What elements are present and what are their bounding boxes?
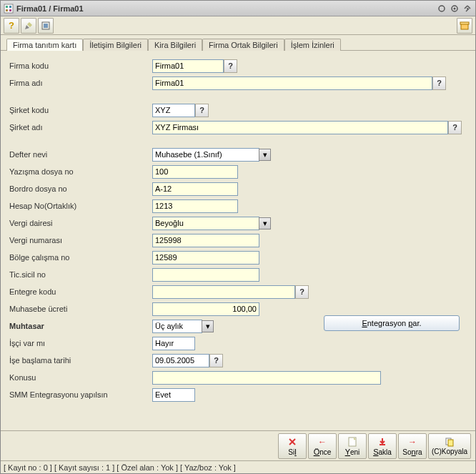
- entegrasyon-button[interactable]: Entegrasyon par.: [324, 315, 460, 331]
- svg-rect-1: [6, 6, 8, 8]
- label-muhtasar: Muhtasar: [9, 322, 152, 330]
- input-hesap-no[interactable]: 1213: [152, 199, 238, 213]
- copy-icon: [445, 436, 455, 448]
- label-bolge: Bölge çalışma no: [9, 253, 152, 262]
- label-sirket-adi: Şirket adı: [9, 123, 152, 132]
- new-icon: [348, 436, 357, 448]
- view-toolbar-button[interactable]: [38, 18, 54, 34]
- input-ise-baslama[interactable]: 09.05.2005: [152, 354, 209, 367]
- window-controls: [437, 4, 472, 14]
- input-sirket-adi[interactable]: XYZ Firması: [152, 121, 448, 134]
- help-entegre[interactable]: ?: [295, 285, 309, 299]
- label-muhasebe-ucret: Muhasebe ücreti: [9, 305, 152, 313]
- chevron-down-icon: ▾: [259, 217, 271, 229]
- svg-rect-3: [6, 9, 8, 11]
- chevron-down-icon: ▾: [259, 149, 271, 161]
- tab-kira[interactable]: Kira Bilgileri: [148, 39, 202, 51]
- chevron-down-icon: ▾: [202, 320, 214, 332]
- input-yazisma[interactable]: 100: [152, 165, 238, 179]
- input-konusu[interactable]: [152, 371, 381, 385]
- input-bordro[interactable]: A-12: [152, 182, 238, 196]
- label-isci: İşçi var mı: [9, 339, 152, 347]
- label-defter-nevi: Defter nevi: [9, 150, 152, 159]
- svg-rect-0: [4, 4, 13, 13]
- label-entegre: Entegre kodu: [9, 287, 152, 296]
- svg-point-5: [439, 6, 445, 11]
- input-entegre[interactable]: [152, 285, 295, 299]
- tab-firma-tanitim[interactable]: Firma tanıtım kartı: [6, 39, 83, 51]
- input-muhasebe-ucret[interactable]: 100,00: [152, 302, 259, 316]
- input-bolge[interactable]: 12589: [152, 251, 259, 265]
- label-bordro: Bordro dosya no: [9, 184, 152, 193]
- form-panel: Firma kodu Firma01 ? Firma adı Firma01 ?…: [1, 51, 475, 430]
- delete-icon: [287, 436, 297, 448]
- select-muhtasar[interactable]: Üç aylık ▾: [152, 320, 214, 333]
- label-yazisma: Yazışma dosya no: [9, 167, 152, 176]
- sil-button[interactable]: Sil: [278, 433, 307, 459]
- once-label: Önce: [314, 448, 332, 456]
- sonra-label: Sonra: [402, 448, 422, 456]
- select-vergi-dairesi[interactable]: Beyoğlu ▾: [152, 217, 271, 230]
- close-button[interactable]: [462, 4, 472, 14]
- input-firma-kodu[interactable]: Firma01: [152, 59, 224, 73]
- label-ise-baslama: İşe başlama tarihi: [9, 356, 152, 365]
- yeni-button[interactable]: Yeni: [338, 433, 367, 459]
- kopyala-label: (C)Kopyala: [432, 448, 467, 455]
- label-ticsicil: Tic.sicil no: [9, 270, 152, 279]
- svg-rect-21: [448, 440, 453, 446]
- window-frame: Firma01 / Firma01 ? Firma tanıtım kartı …: [0, 0, 476, 474]
- label-hesap-no: Hesap No(Ortaklık): [9, 202, 152, 210]
- status-bar: [ Kayıt no : 0 ] [ Kayıt sayısı : 1 ] [ …: [1, 460, 475, 473]
- label-konusu: Konusu: [9, 373, 152, 382]
- minimize-button[interactable]: [437, 4, 447, 14]
- sonra-button[interactable]: → Sonra: [398, 433, 427, 459]
- select-defter-nevi[interactable]: Muhasebe (1.Sınıf) ▾: [152, 148, 271, 162]
- entegrasyon-label: Entegrasyon par.: [362, 319, 421, 327]
- tab-iletisim[interactable]: İletişim Bilgileri: [83, 39, 148, 51]
- maximize-button[interactable]: [450, 4, 460, 14]
- status-text: [ Kayıt no : 0 ] [ Kayıt sayısı : 1 ] [ …: [4, 463, 236, 472]
- app-icon: [4, 4, 14, 14]
- svg-rect-4: [9, 9, 11, 11]
- kopyala-button[interactable]: (C)Kopyala: [428, 433, 471, 459]
- edit-toolbar-button[interactable]: [21, 18, 36, 34]
- help-firma-kodu[interactable]: ?: [224, 59, 237, 73]
- label-smm: SMM Entegrasyonu yapılsın: [9, 390, 152, 399]
- label-sirket-kodu: Şirket kodu: [9, 106, 152, 114]
- save-icon: [377, 436, 387, 448]
- tab-islem[interactable]: İşlem İzinleri: [284, 39, 341, 51]
- input-isci[interactable]: Hayır: [152, 337, 195, 350]
- label-vergi-no: Vergi numarası: [9, 236, 152, 245]
- sakla-button[interactable]: Sakla: [368, 433, 397, 459]
- input-vergi-no[interactable]: 125998: [152, 234, 259, 247]
- arrow-left-icon: ←: [318, 436, 327, 448]
- title-bar: Firma01 / Firma01: [1, 1, 475, 16]
- svg-rect-2: [9, 6, 11, 8]
- arrow-right-icon: →: [408, 436, 417, 448]
- svg-point-11: [467, 8, 468, 9]
- help-sirket-kodu[interactable]: ?: [195, 104, 209, 117]
- tab-ortak[interactable]: Firma Ortak Bilgileri: [202, 39, 284, 51]
- label-vergi-dairesi: Vergi dairesi: [9, 219, 152, 227]
- action-toolbar: Sil ← Önce Yeni Sakla → Sonra (C)Kopyala: [1, 430, 475, 460]
- svg-rect-15: [460, 22, 469, 24]
- window-title: Firma01 / Firma01: [16, 4, 437, 13]
- label-firma-kodu: Firma kodu: [9, 61, 152, 70]
- input-firma-adi[interactable]: Firma01: [152, 76, 432, 90]
- sakla-label: Sakla: [373, 448, 392, 456]
- label-firma-adi: Firma adı: [9, 79, 152, 87]
- input-sirket-kodu[interactable]: XYZ: [152, 104, 195, 117]
- once-button[interactable]: ← Önce: [308, 433, 337, 459]
- main-toolbar: ?: [1, 16, 475, 35]
- sil-label: Sil: [288, 448, 296, 456]
- settings-toolbar-button[interactable]: [457, 18, 472, 34]
- svg-point-7: [454, 7, 456, 9]
- help-sirket-adi[interactable]: ?: [448, 121, 462, 134]
- help-toolbar-button[interactable]: ?: [4, 18, 19, 34]
- help-ise-baslama[interactable]: ?: [209, 354, 223, 367]
- help-firma-adi[interactable]: ?: [432, 76, 446, 90]
- svg-rect-13: [44, 24, 48, 28]
- yeni-label: Yeni: [345, 448, 360, 456]
- input-ticsicil[interactable]: [152, 268, 259, 282]
- input-smm[interactable]: Evet: [152, 388, 195, 402]
